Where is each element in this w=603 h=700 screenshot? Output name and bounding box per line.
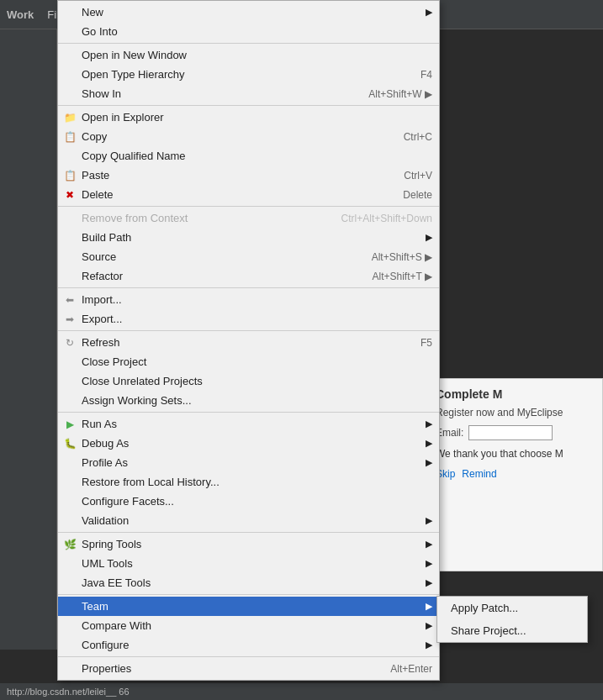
submenu-arrow-icon: ▶ [426, 438, 432, 449]
menu-item-label: Configure Facets... [82, 495, 174, 508]
menu-item-label: Open Type Hierarchy [82, 68, 185, 81]
sidebar [0, 29, 57, 700]
menu-item-run-as[interactable]: ▶Run As▶ [58, 414, 439, 434]
menu-item-label: Java EE Tools [82, 576, 151, 589]
status-text: http://blog.csdn.net/leilei__ 66 [7, 687, 130, 697]
menu-item-open-type-hierarchy[interactable]: Open Type HierarchyF4 [58, 65, 439, 84]
menu-separator [58, 206, 439, 207]
menu-item-open-new-window[interactable]: Open in New Window [58, 45, 439, 65]
menu-item-label: Delete [82, 188, 114, 201]
menu-separator [58, 656, 439, 657]
menu-item-spring-tools[interactable]: 🌿Spring Tools▶ [58, 534, 439, 554]
menu-item-shortcut: Ctrl+Alt+Shift+Down [341, 213, 432, 224]
email-row: Email: [436, 425, 594, 440]
menu-item-close-unrelated[interactable]: Close Unrelated Projects [58, 371, 439, 391]
menu-item-show-in[interactable]: Show InAlt+Shift+W ▶ [58, 84, 439, 103]
submenu-arrow-icon: ▶ [426, 558, 432, 569]
sub-menu-item-share-project[interactable]: Share Project... [437, 619, 587, 642]
menu-item-label: Export... [82, 313, 122, 325]
menu-item-shortcut: Delete [403, 189, 432, 201]
menu-item-source[interactable]: SourceAlt+Shift+S ▶ [58, 247, 439, 266]
menu-item-go-into[interactable]: Go Into [58, 22, 439, 41]
menu-item-label: Validation [82, 514, 129, 527]
menu-item-import[interactable]: ⬅Import... [58, 290, 439, 309]
export-icon: ➡ [63, 313, 77, 326]
menu-item-label: UML Tools [82, 557, 133, 570]
menu-item-shortcut: Ctrl+C [404, 131, 432, 143]
folder-icon: 📁 [63, 111, 77, 124]
submenu-arrow-icon: ▶ [426, 620, 432, 631]
menu-separator [58, 287, 439, 288]
menu-item-open-explorer[interactable]: 📁Open in Explorer [58, 108, 439, 127]
email-input[interactable] [468, 425, 553, 440]
menu-separator [58, 412, 439, 413]
menu-item-paste[interactable]: 📋PasteCtrl+V [58, 166, 439, 185]
menu-item-compare-with[interactable]: Compare With▶ [58, 616, 439, 635]
menu-item-team[interactable]: Team▶ [58, 597, 439, 616]
menu-item-restore-history[interactable]: Restore from Local History... [58, 472, 439, 492]
panel-title: Complete M [436, 387, 594, 401]
menu-item-shortcut: Alt+Shift+T ▶ [373, 271, 432, 282]
menu-item-label: Spring Tools [82, 538, 141, 550]
submenu-arrow-icon: ▶ [426, 539, 432, 550]
app-title: Work [7, 8, 34, 21]
menu-item-java-ee-tools[interactable]: Java EE Tools▶ [58, 573, 439, 592]
menu-item-shortcut: Alt+Shift+S ▶ [372, 251, 432, 263]
menu-item-label: Go Into [82, 25, 118, 38]
menu-item-label: Close Unrelated Projects [82, 375, 203, 387]
menu-item-shortcut: Alt+Enter [390, 663, 432, 675]
menu-item-label: Profile As [82, 456, 128, 469]
menu-item-label: Refresh [82, 336, 120, 349]
remind-link[interactable]: Remind [462, 468, 496, 480]
menu-item-copy[interactable]: 📋CopyCtrl+C [58, 127, 439, 146]
menu-item-label: Compare With [82, 619, 151, 632]
menu-item-label: Refactor [82, 270, 123, 282]
menu-item-shortcut: Alt+Shift+W ▶ [368, 88, 432, 100]
menu-item-label: Show In [82, 87, 121, 100]
sub-menu-item-apply-patch[interactable]: Apply Patch... [437, 597, 587, 619]
menu-item-assign-working-sets[interactable]: Assign Working Sets... [58, 391, 439, 410]
menu-item-label: Assign Working Sets... [82, 394, 192, 407]
menu-separator [58, 532, 439, 533]
menu-item-delete[interactable]: ✖DeleteDelete [58, 185, 439, 204]
menu-item-label: Paste [82, 169, 109, 182]
context-menu: New▶Go IntoOpen in New WindowOpen Type H… [57, 0, 440, 681]
menu-item-label: Open in New Window [82, 49, 187, 61]
refresh-icon: ↻ [63, 336, 77, 350]
menu-item-label: Remove from Context [82, 212, 188, 224]
run-icon: ▶ [63, 418, 77, 431]
menu-item-new[interactable]: New▶ [58, 3, 439, 22]
menu-item-uml-tools[interactable]: UML Tools▶ [58, 554, 439, 573]
menu-item-close-project[interactable]: Close Project [58, 352, 439, 371]
menu-item-build-path[interactable]: Build Path▶ [58, 228, 439, 247]
menu-separator [58, 594, 439, 595]
menu-item-export[interactable]: ➡Export... [58, 309, 439, 329]
spring-icon: 🌿 [63, 538, 77, 551]
menu-item-label: Copy Qualified Name [82, 150, 186, 162]
status-bar: http://blog.csdn.net/leilei__ 66 [0, 683, 603, 700]
menu-item-label: Team [82, 600, 108, 613]
menu-item-label: Run As [82, 418, 117, 430]
thanks-text: We thank you that choose M [436, 447, 594, 461]
import-icon: ⬅ [63, 293, 77, 307]
menu-item-label: Properties [82, 662, 131, 675]
menu-item-validation[interactable]: Validation▶ [58, 511, 439, 530]
menu-item-refresh[interactable]: ↻RefreshF5 [58, 333, 439, 352]
menu-item-label: Close Project [82, 355, 146, 368]
menu-item-label: Import... [82, 293, 122, 306]
menu-item-properties[interactable]: PropertiesAlt+Enter [58, 659, 439, 678]
menu-item-configure[interactable]: Configure▶ [58, 635, 439, 655]
menu-item-profile-as[interactable]: Profile As▶ [58, 453, 439, 472]
menu-item-remove-context: Remove from ContextCtrl+Alt+Shift+Down [58, 208, 439, 228]
menu-item-label: Copy [82, 130, 107, 143]
menu-item-debug-as[interactable]: 🐛Debug As▶ [58, 434, 439, 453]
menu-item-shortcut: F4 [421, 69, 432, 81]
debug-icon: 🐛 [63, 437, 77, 450]
menu-item-configure-facets[interactable]: Configure Facets... [58, 492, 439, 511]
menu-item-copy-qualified[interactable]: Copy Qualified Name [58, 146, 439, 166]
menu-item-label: New [82, 6, 103, 18]
submenu-arrow-icon: ▶ [426, 7, 432, 18]
menu-item-refactor[interactable]: RefactorAlt+Shift+T ▶ [58, 266, 439, 286]
menu-separator [58, 43, 439, 44]
email-label: Email: [436, 427, 463, 439]
